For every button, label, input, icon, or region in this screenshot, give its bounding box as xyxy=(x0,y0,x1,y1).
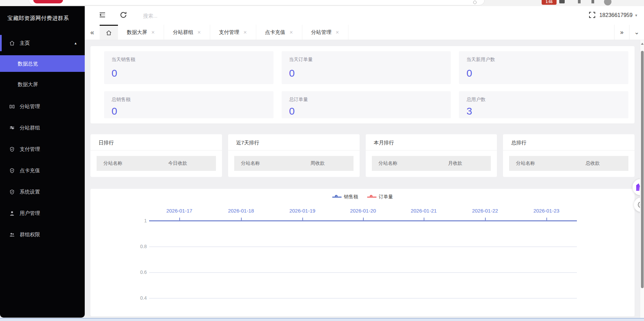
stat-label: 当天订单量 xyxy=(289,57,444,63)
taskbar-edge xyxy=(0,318,644,321)
users-icon xyxy=(9,232,15,238)
stat-card-total-sales: 总销售额 0 xyxy=(104,91,274,118)
tab-label: 数据大屏 xyxy=(127,29,147,36)
extension-badge[interactable]: 1:55 xyxy=(542,0,557,5)
scroll-up-arrow-icon[interactable] xyxy=(641,43,644,45)
close-icon[interactable]: ✕ xyxy=(289,30,293,35)
stat-card-today-new-users: 当天新用户数 0 xyxy=(459,51,628,84)
app-title: 宝藏郎资源网付费进群系 xyxy=(0,6,85,22)
stat-value: 0 xyxy=(466,67,621,79)
rank-title: 本月排行 xyxy=(366,134,497,151)
stat-value: 3 xyxy=(466,105,621,117)
browser-icon[interactable] xyxy=(578,0,581,3)
stat-label: 当天销售额 xyxy=(112,57,266,63)
rank-col-name: 分站名称 xyxy=(379,160,398,166)
y-axis-tick: 0.6 xyxy=(126,269,147,275)
x-axis-label: 2026-01-21 xyxy=(411,208,437,214)
rank-table-header: 分站名称 月收款 xyxy=(372,156,491,171)
home-icon xyxy=(9,40,15,46)
sidebar-item-label: 主页 xyxy=(20,40,30,46)
rank-col-name: 分站名称 xyxy=(103,160,122,166)
browser-extension-icon[interactable] xyxy=(559,0,565,3)
browser-icon[interactable] xyxy=(591,0,594,3)
address-bar[interactable] xyxy=(29,0,485,5)
search-input[interactable] xyxy=(143,11,231,20)
rank-col-name: 分站名称 xyxy=(241,160,260,166)
sales-orders-chart: 销售额 订单量 1 0.8 0.6 0.4 xyxy=(90,189,635,316)
legend-item-sales[interactable]: 销售额 xyxy=(332,194,358,200)
sidebar-item-label: 点卡充值 xyxy=(20,167,40,174)
tabs-scroll-left-icon[interactable]: « xyxy=(85,25,100,40)
sidebar-item-substation-group[interactable]: 分站群组 xyxy=(0,120,85,135)
legend-item-orders[interactable]: 订单量 xyxy=(367,194,393,200)
rank-col-name: 分站名称 xyxy=(516,160,535,166)
line-series-icon xyxy=(332,197,342,198)
x-axis-tick-mark xyxy=(363,218,364,220)
rank-title: 近7天排行 xyxy=(228,134,360,151)
stat-card-total-users: 总用户数 3 xyxy=(459,91,628,118)
y-axis-tick: 0.8 xyxy=(126,244,147,249)
x-axis-tick-mark xyxy=(485,218,486,220)
sidebar-item-data-overview[interactable]: 数据总览 xyxy=(0,55,85,72)
sidebar-item-label: 群组权限 xyxy=(20,232,40,238)
close-icon[interactable]: ✕ xyxy=(243,30,247,35)
columns-icon xyxy=(9,103,15,109)
tab-payment-manage[interactable]: 支付管理 ✕ xyxy=(210,25,256,40)
x-axis-label: 2026-01-19 xyxy=(289,208,316,214)
stat-value: 0 xyxy=(289,105,444,117)
close-icon[interactable]: ✕ xyxy=(197,30,201,35)
stat-label: 总订单量 xyxy=(289,97,444,103)
sliders-icon xyxy=(9,125,15,131)
close-icon[interactable]: ✕ xyxy=(336,30,339,35)
x-axis-label: 2026-01-23 xyxy=(534,208,560,214)
page: 1:55 宝藏郎资源网付费进群系 主页 ▲ 数据总览 数据大屏 分站管理 xyxy=(0,0,644,321)
stat-card-total-orders: 总订单量 0 xyxy=(282,91,451,118)
vertical-scrollbar[interactable] xyxy=(640,40,644,318)
line-series-icon xyxy=(367,197,377,198)
tabs-scroll-right-icon[interactable]: » xyxy=(614,25,629,40)
tab-substation-group[interactable]: 分站群组 ✕ xyxy=(164,25,210,40)
tab-card-recharge[interactable]: 点卡充值 ✕ xyxy=(256,25,302,40)
sidebar-item-group-permission[interactable]: 群组权限 xyxy=(0,227,85,242)
stats-panel: 当天销售额 0 当天订单量 0 当天新用户数 0 总销售额 0 总订 xyxy=(90,46,635,123)
sidebar-item-data-screen[interactable]: 数据大屏 xyxy=(0,76,85,93)
sidebar-item-user-manage[interactable]: 用户管理 xyxy=(0,206,85,221)
main-content: 当天销售额 0 当天订单量 0 当天新用户数 0 总销售额 0 总订 xyxy=(85,40,640,318)
active-indicator xyxy=(0,35,2,51)
sidebar-item-substation-manage[interactable]: 分站管理 xyxy=(0,99,85,114)
tab-substation-manage[interactable]: 分站管理 ✕ xyxy=(302,25,348,40)
sidebar-item-home[interactable]: 主页 ▲ xyxy=(0,36,85,51)
refresh-icon[interactable] xyxy=(119,11,128,20)
x-axis-tick-mark xyxy=(424,218,424,220)
tab-data-screen[interactable]: 数据大屏 ✕ xyxy=(118,25,164,40)
sidebar-item-card-recharge[interactable]: 点卡充值 xyxy=(0,163,85,178)
address-bar-icon[interactable] xyxy=(473,1,477,4)
fullscreen-icon[interactable] xyxy=(588,11,597,20)
tabs-menu-icon[interactable]: ⌄ xyxy=(629,25,644,40)
chevron-up-icon[interactable]: ▲ xyxy=(74,41,77,45)
account-menu[interactable]: 18236617959 ▼ xyxy=(599,12,638,18)
browser-avatar[interactable] xyxy=(604,0,611,5)
close-icon[interactable]: ✕ xyxy=(151,30,155,35)
rank-title: 日排行 xyxy=(90,134,222,151)
rank-col-amount: 周收款 xyxy=(310,160,325,166)
rank-title: 总排行 xyxy=(503,134,635,151)
stat-value: 0 xyxy=(112,105,266,117)
x-axis-label: 2026-01-20 xyxy=(350,208,376,214)
rank-table-header: 分站名称 今日收款 xyxy=(97,156,216,171)
x-axis-label: 2026-01-17 xyxy=(166,208,193,214)
x-axis-tick-mark xyxy=(302,218,303,220)
sidebar-item-label: 分站管理 xyxy=(20,103,40,110)
scrollbar-thumb[interactable] xyxy=(641,51,644,288)
sidebar-item-system-settings[interactable]: 系统设置 xyxy=(0,184,85,199)
browser-red-pill xyxy=(33,0,63,3)
ranking-row: 日排行 分站名称 今日收款 近7天排行 分站名称 周收款 本月排行 分站名称 月… xyxy=(90,134,635,177)
sidebar-item-payment-manage[interactable]: 支付管理 xyxy=(0,142,85,157)
menu-fold-icon[interactable] xyxy=(98,11,107,20)
x-axis-tick-mark xyxy=(241,218,242,220)
top-header: 18236617959 ▼ xyxy=(85,6,644,25)
tab-label: 分站群组 xyxy=(173,29,193,36)
sidebar-item-label: 支付管理 xyxy=(20,146,40,153)
chart-legend: 销售额 订单量 xyxy=(90,194,635,200)
tab-home[interactable] xyxy=(100,25,118,40)
